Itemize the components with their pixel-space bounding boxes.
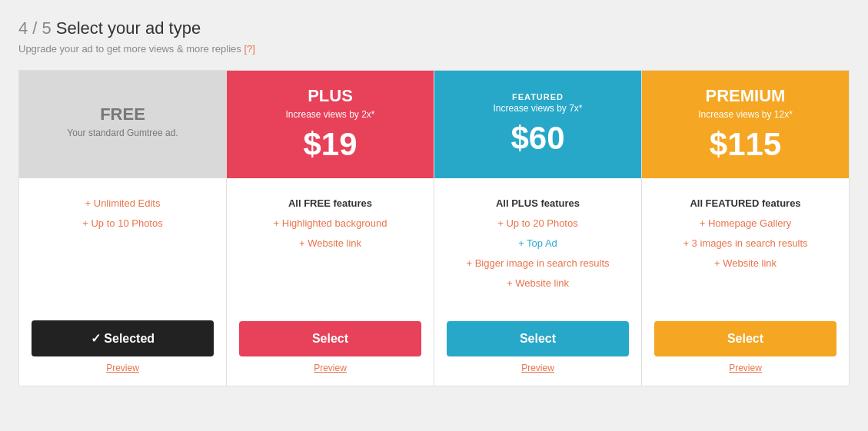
- plan-footer-free: ✓ SelectedPreview: [19, 308, 226, 386]
- feature-item: All FEATURED features: [654, 194, 836, 214]
- plan-header-featured: FEATUREDIncrease views by 7x*$60: [434, 71, 641, 178]
- feature-item: + Homepage Gallery: [654, 214, 836, 234]
- plan-name-plus: PLUS: [308, 86, 353, 106]
- plan-col-premium: PREMIUMIncrease views by 12x*$115All FEA…: [642, 71, 849, 386]
- plan-header-premium: PREMIUMIncrease views by 12x*$115: [642, 71, 849, 178]
- preview-link-free[interactable]: Preview: [106, 363, 139, 373]
- feature-item: + Unlimited Edits: [32, 194, 214, 214]
- plan-col-plus: PLUSIncrease views by 2x*$19All FREE fea…: [227, 71, 434, 386]
- plan-tagline-free: Your standard Gumtree ad.: [67, 128, 178, 138]
- plan-footer-featured: SelectPreview: [434, 309, 641, 386]
- plus-select-button[interactable]: Select: [239, 321, 421, 356]
- premium-select-button[interactable]: Select: [654, 321, 836, 356]
- feature-item: + 3 images in search results: [654, 234, 836, 254]
- page-title: Select your ad type: [56, 18, 201, 38]
- plan-col-featured: FEATUREDIncrease views by 7x*$60All PLUS…: [434, 71, 642, 386]
- featured-select-button[interactable]: Select: [447, 321, 629, 356]
- feature-item: + Up to 20 Photos: [447, 214, 629, 234]
- plan-header-free: FREEYour standard Gumtree ad.: [19, 71, 226, 178]
- plan-features-premium: All FEATURED features+ Homepage Gallery+…: [642, 178, 849, 309]
- plan-col-free: FREEYour standard Gumtree ad.+ Unlimited…: [19, 71, 227, 386]
- plan-tagline-featured: Increase views by 7x*: [493, 103, 582, 114]
- page-header: 4 / 5 Select your ad type Upgrade your a…: [18, 18, 850, 55]
- plan-badge-featured: FEATURED: [512, 92, 564, 101]
- feature-item: + Top Ad: [447, 234, 629, 254]
- plan-tagline-premium: Increase views by 12x*: [698, 109, 793, 120]
- plan-features-free: + Unlimited Edits+ Up to 10 Photos: [19, 178, 226, 308]
- plans-container: FREEYour standard Gumtree ad.+ Unlimited…: [18, 70, 850, 386]
- plan-price-premium: $115: [710, 126, 781, 163]
- preview-link-featured[interactable]: Preview: [521, 363, 554, 373]
- preview-link-premium[interactable]: Preview: [729, 363, 762, 373]
- plan-name-free: FREE: [100, 104, 145, 124]
- step-indicator: 4 / 5: [18, 18, 52, 38]
- plan-header-plus: PLUSIncrease views by 2x*$19: [227, 71, 434, 178]
- plan-name-premium: PREMIUM: [706, 86, 786, 106]
- page-subtitle: Upgrade your ad to get more views & more…: [18, 43, 850, 55]
- plan-price-featured: $60: [510, 120, 564, 157]
- preview-link-plus[interactable]: Preview: [314, 363, 347, 373]
- free-select-button[interactable]: ✓ Selected: [32, 320, 214, 356]
- feature-item: All FREE features: [239, 194, 421, 214]
- feature-item: + Up to 10 Photos: [32, 214, 214, 234]
- feature-item: + Website link: [239, 234, 421, 254]
- plan-features-featured: All PLUS features+ Up to 20 Photos+ Top …: [434, 178, 641, 309]
- plan-features-plus: All FREE features+ Highlighted backgroun…: [227, 178, 434, 309]
- plan-tagline-plus: Increase views by 2x*: [285, 109, 374, 120]
- plan-footer-premium: SelectPreview: [642, 309, 849, 386]
- feature-item: + Website link: [447, 274, 629, 293]
- feature-item: + Highlighted background: [239, 214, 421, 234]
- feature-item: + Website link: [654, 254, 836, 274]
- plan-price-plus: $19: [303, 126, 357, 163]
- help-link[interactable]: [?]: [244, 43, 254, 55]
- feature-item: + Bigger image in search results: [447, 254, 629, 274]
- feature-item: All PLUS features: [447, 194, 629, 214]
- plan-footer-plus: SelectPreview: [227, 309, 434, 386]
